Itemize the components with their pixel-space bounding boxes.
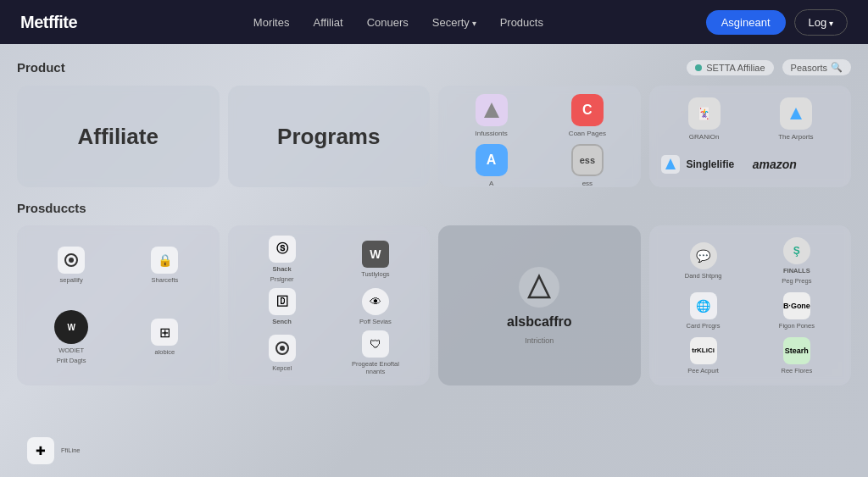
app-kepcel[interactable]: Kepcel xyxy=(238,330,326,375)
nav-morites[interactable]: Morites xyxy=(253,16,290,29)
feature-tile[interactable]: alsbcaffro Intriction xyxy=(438,225,641,385)
app-sharcefts[interactable]: 🔒 Sharcefts xyxy=(120,236,209,295)
wodiet-label: WODIET xyxy=(58,347,84,354)
asgineant-button[interactable]: Asgineant xyxy=(706,10,786,35)
kepcel-label: Kepcel xyxy=(272,364,292,372)
kepcel-icon xyxy=(269,335,296,362)
coan-label: Coan Pages xyxy=(569,130,606,137)
affiliate-tile[interactable]: Affiliate xyxy=(17,86,220,187)
svg-marker-7 xyxy=(529,276,549,297)
poff-label: Poff Sevias xyxy=(359,318,392,325)
main-content: Product SETTA Affiliae Peasorts 🔍 Affili… xyxy=(0,44,868,477)
ess-label: ess xyxy=(582,180,593,187)
infussionts-icon xyxy=(476,94,508,126)
app-progeate[interactable]: 🛡 Progeate Enoftal nnants xyxy=(331,330,420,375)
app-alobice[interactable]: ⊞ alobice xyxy=(120,300,209,376)
finalls-label: FINALLS xyxy=(783,267,810,275)
programs-label: Programs xyxy=(277,124,380,150)
amazon-row[interactable]: amazon xyxy=(753,150,839,180)
shack-label: Shack xyxy=(273,265,292,273)
peg-label: Peg Pregs xyxy=(782,277,811,285)
poff-icon: 👁 xyxy=(362,288,389,315)
app-tustly[interactable]: W Tustlylogs xyxy=(331,236,420,283)
svg-point-4 xyxy=(69,258,74,263)
setta-label: SETTA Affiliae xyxy=(706,63,765,73)
infussionts-label: Infussionts xyxy=(476,130,508,137)
tustly-label: Tustlylogs xyxy=(361,270,389,278)
shack-sub: Prslgner xyxy=(270,275,294,283)
sench-name: Sench xyxy=(272,318,292,325)
app-infussionts[interactable]: Infussionts xyxy=(447,94,536,137)
app-figon[interactable]: B·Gone Figon Pones xyxy=(753,291,841,330)
sepallify-icon xyxy=(58,247,85,274)
finalls-icon: Ş xyxy=(783,237,810,264)
app-sench[interactable]: 🄳 Sench xyxy=(238,288,326,325)
figon-label: Figon Pones xyxy=(779,322,815,330)
sharcefts-label: Sharcefts xyxy=(152,276,179,284)
setta-badge: SETTA Affiliae xyxy=(687,60,773,75)
singlelifie-row[interactable]: Singlelifie xyxy=(661,150,748,180)
app-wodiet[interactable]: W WODIET Prilt Dagts xyxy=(27,300,115,376)
sharcefts-icon: 🔒 xyxy=(151,247,178,274)
arports-label: The Arports xyxy=(778,133,813,141)
figon-icon: B·Gone xyxy=(783,292,810,319)
app-poff[interactable]: 👁 Poff Sevias xyxy=(331,288,420,325)
nav-affiliat[interactable]: Affiliat xyxy=(313,16,342,29)
svg-marker-2 xyxy=(665,158,676,169)
products-title: Prosduccts xyxy=(17,201,86,215)
nav-products[interactable]: Products xyxy=(500,16,543,29)
card2-grid: ⓢ Shack Prslgner W Tustlylogs 🄳 Sench 👁 … xyxy=(238,236,420,375)
app-dand[interactable]: 💬 Dand Shtpng xyxy=(659,236,748,286)
sepallify-label: sepallify xyxy=(60,276,83,284)
app-card-prcgrs[interactable]: 🌐 Card Prcgrs xyxy=(659,291,748,330)
svg-point-6 xyxy=(280,346,285,351)
apps-tile: Infussionts C Coan Pages A A ess xyxy=(438,86,641,187)
ffiline-icon: ✚ xyxy=(27,437,54,464)
search-icon[interactable]: 🔍 xyxy=(831,62,843,73)
product-section-header: Product SETTA Affiliae Peasorts 🔍 xyxy=(17,59,851,75)
navbar: Metffite Morites Affiliat Conuers Secert… xyxy=(0,0,868,44)
dand-icon: 💬 xyxy=(690,242,717,269)
app-ess[interactable]: ess ess xyxy=(542,144,632,187)
app-granion[interactable]: 🃏 GRANiOn xyxy=(661,94,748,145)
app-arports[interactable]: The Arports xyxy=(753,94,839,145)
app-stearh[interactable]: Stearh Ree Flores xyxy=(753,336,841,375)
alobice-label: alobice xyxy=(154,348,175,356)
feature-name: alsbcaffro xyxy=(507,314,571,330)
singlelifie-name: Singlelifie xyxy=(687,158,735,170)
section-controls: SETTA Affiliae Peasorts 🔍 xyxy=(687,59,851,75)
granion-icon: 🃏 xyxy=(688,97,721,130)
svg-marker-1 xyxy=(790,108,802,119)
programs-tile[interactable]: Programs xyxy=(228,86,431,187)
nav-conuers[interactable]: Conuers xyxy=(367,16,409,29)
product-title: Product xyxy=(17,60,65,75)
log-button[interactable]: Log xyxy=(794,9,848,36)
tustly-icon: W xyxy=(362,241,389,268)
product-card-2: ⓢ Shack Prslgner W Tustlylogs 🄳 Sench 👁 … xyxy=(228,225,431,385)
stearh-label: Ree Flores xyxy=(782,367,813,374)
wodiet-sub: Prilt Dagts xyxy=(57,357,86,364)
products-section-header: Prosduccts xyxy=(17,201,851,215)
app-sepallify[interactable]: sepallify xyxy=(27,236,115,295)
app-a[interactable]: A A xyxy=(447,144,536,187)
app-coan[interactable]: C Coan Pages xyxy=(542,94,632,137)
search-bar[interactable]: Peasorts 🔍 xyxy=(782,59,851,75)
app-trklici[interactable]: trKLiCi Pee Acpurt xyxy=(659,336,748,375)
svg-marker-0 xyxy=(484,103,499,118)
ffiline-row[interactable]: ✚ FfiLine xyxy=(27,380,209,477)
app-finalls[interactable]: Ş FINALLS Peg Pregs xyxy=(753,236,841,286)
arports-icon xyxy=(780,97,812,130)
brands-tile: 🃏 GRANiOn The Arports Singlelifie a xyxy=(649,86,852,187)
alobice-icon: ⊞ xyxy=(151,319,178,346)
product-card-4: 💬 Dand Shtpng Ş FINALLS Peg Pregs 🌐 Card… xyxy=(649,225,852,385)
wodiet-icon: W xyxy=(54,310,88,344)
coan-icon: C xyxy=(571,94,604,126)
ess-icon: ess xyxy=(571,144,604,176)
ffiline-label: FfiLine xyxy=(61,446,81,454)
app-shack[interactable]: ⓢ Shack Prslgner xyxy=(238,236,326,283)
products-grid: sepallify 🔒 Sharcefts W WODIET Prilt Dag… xyxy=(17,225,851,385)
amazon-name: amazon xyxy=(753,158,797,171)
nav-secerty[interactable]: Secerty xyxy=(432,16,476,29)
product-grid: Affiliate Programs Infussionts C Coan P xyxy=(17,86,851,187)
card1-grid: sepallify 🔒 Sharcefts W WODIET Prilt Dag… xyxy=(27,236,209,375)
